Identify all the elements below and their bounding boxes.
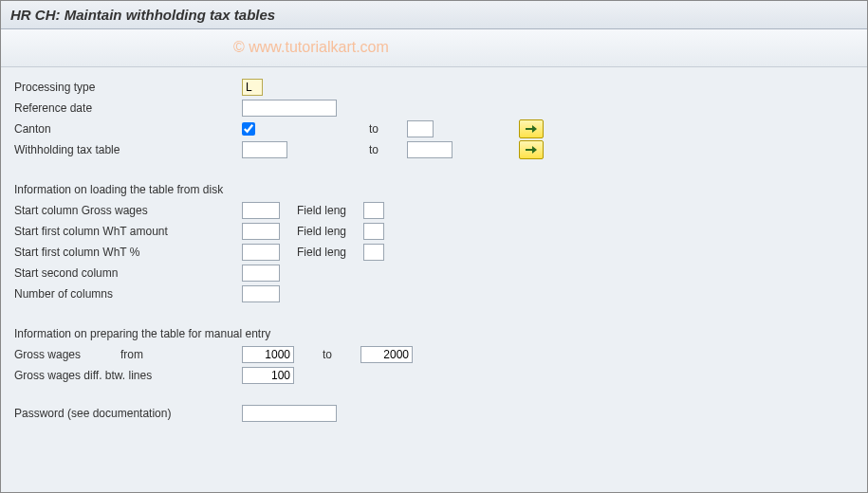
label-field-leng-2: Field leng <box>297 225 363 238</box>
title-bar: HR CH: Maintain withholding tax tables <box>1 1 867 29</box>
label-from: from <box>120 348 242 361</box>
canton-checkbox[interactable] <box>242 122 255 136</box>
wht-to-input[interactable] <box>407 141 452 158</box>
section-heading-load: Information on loading the table from di… <box>14 183 854 196</box>
password-input[interactable] <box>242 405 337 422</box>
label-gross-wages: Gross wages <box>14 348 120 361</box>
start-wht-pct-input[interactable] <box>242 244 280 261</box>
start-second-col-input[interactable] <box>242 265 280 282</box>
content-area: Processing type Reference date Canton to… <box>1 67 867 493</box>
label-processing-type: Processing type <box>14 81 242 94</box>
reference-date-input[interactable] <box>242 100 337 117</box>
label-field-leng-3: Field leng <box>297 246 363 259</box>
row-password: Password (see documentation) <box>14 403 854 423</box>
start-gross-wages-input[interactable] <box>242 202 280 219</box>
watermark-text: © www.tutorialkart.com <box>233 39 389 56</box>
canton-multiple-selection-button[interactable] <box>519 119 544 138</box>
label-field-leng-1: Field leng <box>297 204 363 217</box>
section-heading-prepare: Information on preparing the table for m… <box>14 327 854 340</box>
label-canton: Canton <box>14 122 242 136</box>
arrow-right-icon <box>526 124 537 134</box>
row-gross-wages-diff: Gross wages diff. btw. lines <box>14 365 854 385</box>
gross-wages-from-input[interactable] <box>242 346 294 363</box>
label-to-canton: to <box>369 122 407 136</box>
row-withholding-tax-table: Withholding tax table to <box>14 139 854 159</box>
label-password: Password (see documentation) <box>14 407 242 420</box>
wht-multiple-selection-button[interactable] <box>519 140 544 159</box>
row-gross-wages: Gross wages from to <box>14 344 854 364</box>
row-processing-type: Processing type <box>14 77 854 97</box>
row-start-second-col: Start second column <box>14 263 854 283</box>
label-start-gross-wages: Start column Gross wages <box>14 204 242 217</box>
field-leng-wht-amount-input[interactable] <box>363 223 384 240</box>
number-cols-input[interactable] <box>242 285 280 302</box>
field-leng-wht-pct-input[interactable] <box>363 244 384 261</box>
label-to-wht: to <box>369 143 407 156</box>
row-start-gross-wages: Start column Gross wages Field leng <box>14 200 854 220</box>
label-number-cols: Number of columns <box>14 287 242 301</box>
label-gross-wages-diff: Gross wages diff. btw. lines <box>14 369 242 382</box>
row-start-wht-pct: Start first column WhT % Field leng <box>14 242 854 262</box>
page-title: HR CH: Maintain withholding tax tables <box>10 7 858 23</box>
row-start-wht-amount: Start first column WhT amount Field leng <box>14 221 854 241</box>
canton-to-input[interactable] <box>407 120 434 137</box>
label-wht-table: Withholding tax table <box>14 143 242 156</box>
wht-from-input[interactable] <box>242 141 287 158</box>
row-canton: Canton to <box>14 119 854 138</box>
arrow-right-icon <box>526 145 537 155</box>
field-leng-gross-wages-input[interactable] <box>363 202 384 219</box>
gross-wages-diff-input[interactable] <box>242 367 294 384</box>
label-to-gross: to <box>323 348 360 361</box>
start-wht-amount-input[interactable] <box>242 223 280 240</box>
row-number-cols: Number of columns <box>14 283 854 303</box>
label-reference-date: Reference date <box>14 101 242 115</box>
label-start-second-col: Start second column <box>14 266 242 280</box>
processing-type-input[interactable] <box>242 79 263 96</box>
label-start-wht-amount: Start first column WhT amount <box>14 225 242 238</box>
toolbar: © www.tutorialkart.com <box>1 29 867 67</box>
gross-wages-to-input[interactable] <box>360 346 413 363</box>
label-start-wht-pct: Start first column WhT % <box>14 246 242 259</box>
row-reference-date: Reference date <box>14 98 854 118</box>
